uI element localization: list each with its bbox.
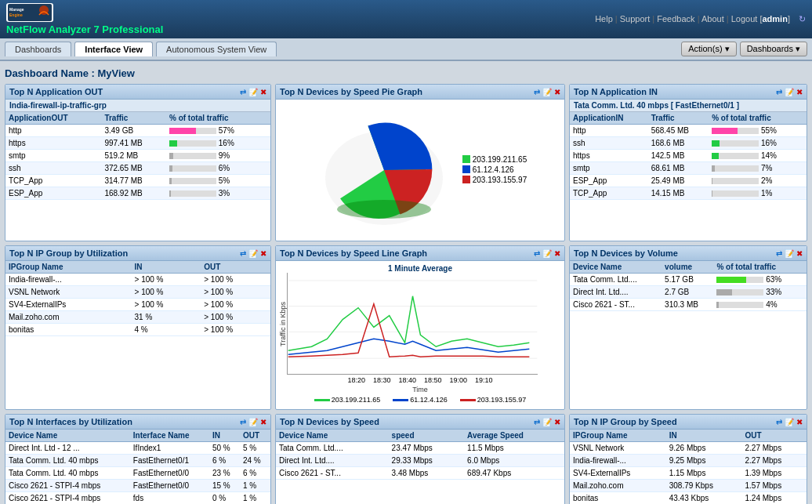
edit-icon-ip-speed[interactable]: 📝 xyxy=(785,418,794,426)
speed-avg: 6.0 Mbps xyxy=(464,455,564,467)
table-row: SV4-ExternalIPs > 100 % > 100 % xyxy=(5,299,270,311)
refresh-icon-iface[interactable]: ⇄ xyxy=(240,418,246,426)
pie-chart-svg xyxy=(314,107,455,233)
speed-device: Direct Int. Ltd.... xyxy=(276,455,389,467)
table-row: TCP_App 314.77 MB 5% xyxy=(5,175,270,187)
close-icon-iface[interactable]: ✖ xyxy=(260,418,266,426)
table-row: TCP_App 14.15 MB 1% xyxy=(570,187,807,200)
table-row: http 3.49 GB 57% xyxy=(5,125,270,137)
table-row: Tata Comm. Ltd. 40 mbps FastEthernet0/0 … xyxy=(5,467,270,480)
iface-name: FastEthernet0/1 xyxy=(130,455,209,467)
admin-label: admin xyxy=(762,14,787,24)
refresh-icon-line[interactable]: ⇄ xyxy=(534,249,540,258)
col-app-in-traffic: Traffic xyxy=(648,112,709,125)
app-out-name: smtp xyxy=(5,150,101,162)
dashboards-button[interactable]: Dashboards ▾ xyxy=(740,42,807,56)
actions-button[interactable]: Action(s) ▾ xyxy=(681,42,736,56)
col-app-out-traffic: Traffic xyxy=(101,112,166,125)
edit-icon-pie[interactable]: 📝 xyxy=(542,88,552,96)
close-icon-ip-speed[interactable]: ✖ xyxy=(796,418,803,426)
support-link[interactable]: Support xyxy=(620,14,651,24)
widget-title-vol: Top N Devices by Volume xyxy=(574,248,678,258)
table-row: Direct Int. Ltd.... 29.33 Mbps 6.0 Mbps xyxy=(276,455,564,467)
refresh-icon-ip-util[interactable]: ⇄ xyxy=(240,249,246,258)
speed-speed: 3.48 Mbps xyxy=(389,467,464,480)
dashboard-grid: Top N Application OUT ⇄ 📝 ✖ India-firewa… xyxy=(5,84,807,504)
refresh-icon[interactable]: ↻ xyxy=(799,14,806,24)
help-link[interactable]: Help xyxy=(595,14,613,24)
widget-pie: Top N Devices by Speed Pie Graph ⇄ 📝 ✖ xyxy=(275,84,565,241)
ipg-util-in: > 100 % xyxy=(132,286,201,299)
app-out-pct: 57% xyxy=(166,125,270,137)
app-in-traffic: 14.15 MB xyxy=(648,187,709,200)
iface-out: 5 % xyxy=(240,442,270,455)
refresh-icon-ip-speed[interactable]: ⇄ xyxy=(776,418,782,426)
widget-header-app-out: Top N Application OUT ⇄ 📝 ✖ xyxy=(5,85,270,100)
iface-name: FastEthernet0/0 xyxy=(130,467,209,480)
table-row: VSNL Network > 100 % > 100 % xyxy=(5,286,270,299)
ipgs-name: SV4-ExternalIPs xyxy=(570,467,666,480)
table-row: Direct Int. Ltd.... 2.7 GB 33% xyxy=(570,286,807,299)
close-icon-app-out[interactable]: ✖ xyxy=(260,88,266,96)
widget-title-iface: Top N Interfaces by Utilization xyxy=(9,417,132,426)
app-in-name: TCP_App xyxy=(570,187,648,200)
col-ipgs-out: OUT xyxy=(741,430,807,442)
vol-pct: 4% xyxy=(713,299,807,311)
col-ipg-in: IN xyxy=(132,261,201,274)
refresh-icon-pie[interactable]: ⇄ xyxy=(534,88,540,96)
ipg-util-out: > 100 % xyxy=(201,299,270,311)
edit-icon-app-out[interactable]: 📝 xyxy=(248,88,258,96)
close-icon-pie[interactable]: ✖ xyxy=(554,88,560,96)
tab-autonomous[interactable]: Autonomous System View xyxy=(156,42,277,56)
app-in-traffic: 568.45 MB xyxy=(648,125,709,137)
edit-icon-ip-util[interactable]: 📝 xyxy=(248,249,258,258)
table-row: VSNL Network 9.26 Mbps 2.27 Mbps xyxy=(570,442,807,455)
tab-interface-view[interactable]: Interface View xyxy=(74,42,153,56)
ipgs-out: 2.27 Mbps xyxy=(741,455,807,467)
table-row: Tata Comm. Ltd. 40 mbps FastEthernet0/1 … xyxy=(5,455,270,467)
close-icon-speed[interactable]: ✖ xyxy=(554,418,560,426)
ipg-util-in: 31 % xyxy=(132,311,201,324)
close-icon-line[interactable]: ✖ xyxy=(554,249,560,258)
table-row: Cisco 2621 - ST... 310.3 MB 4% xyxy=(570,299,807,311)
refresh-icon-app-in[interactable]: ⇄ xyxy=(776,88,782,96)
vol-device: Cisco 2621 - ST... xyxy=(570,299,662,311)
col-ipgs-name: IPGroup Name xyxy=(570,430,666,442)
table-row: ESP_App 25.49 MB 2% xyxy=(570,175,807,187)
table-row: ssh 168.6 MB 16% xyxy=(570,137,807,150)
refresh-icon-app-out[interactable]: ⇄ xyxy=(240,88,246,96)
about-link[interactable]: About xyxy=(701,14,724,24)
widget-title-pie: Top N Devices by Speed Pie Graph xyxy=(280,87,422,96)
edit-icon-iface[interactable]: 📝 xyxy=(248,418,258,426)
iface-out: 6 % xyxy=(240,467,270,480)
edit-icon-vol[interactable]: 📝 xyxy=(785,249,794,258)
close-icon-ip-util[interactable]: ✖ xyxy=(260,249,266,258)
refresh-icon-vol[interactable]: ⇄ xyxy=(776,249,782,258)
iface-device: Tata Comm. Ltd. 40 mbps xyxy=(5,467,130,480)
feedback-link[interactable]: Feedback xyxy=(657,14,694,24)
iface-in: 0 % xyxy=(209,492,240,505)
vol-volume: 5.17 GB xyxy=(662,274,713,286)
ipgs-name: Mail.zoho.com xyxy=(570,480,666,492)
iface-device: Direct Int. Ltd - 12 ... xyxy=(5,442,130,455)
widget-top-n-app-in: Top N Application IN ⇄ 📝 ✖ Tata Comm. Lt… xyxy=(569,84,807,241)
ipg-util-name: Mail.zoho.com xyxy=(5,311,132,324)
line-graph-area: 1 Minute Average Traffic in Kbps 30,000 … xyxy=(276,261,564,409)
edit-icon-speed[interactable]: 📝 xyxy=(542,418,552,426)
close-icon-vol[interactable]: ✖ xyxy=(796,249,803,258)
tab-dashboards[interactable]: Dashboards xyxy=(5,42,71,56)
close-icon-app-in[interactable]: ✖ xyxy=(796,88,803,96)
speed-avg: 11.5 Mbps xyxy=(464,442,564,455)
table-row: bonitas 43.43 Kbps 1.24 Mbps xyxy=(570,492,807,505)
app-in-pct: 1% xyxy=(709,187,807,200)
ipgs-in: 9.25 Mbps xyxy=(666,455,742,467)
edit-icon-line[interactable]: 📝 xyxy=(542,249,552,258)
table-row: Tata Comm. Ltd.... 23.47 Mbps 11.5 Mbps xyxy=(276,442,564,455)
app-out-name: http xyxy=(5,125,101,137)
logout-link[interactable]: Logout [admin] xyxy=(731,14,790,24)
refresh-icon-speed[interactable]: ⇄ xyxy=(534,418,540,426)
edit-icon-app-in[interactable]: 📝 xyxy=(785,88,794,96)
col-speed-avg: Average Speed xyxy=(464,430,564,442)
table-row: Cisco 2621 - ST... 3.48 Mbps 689.47 Kbps xyxy=(276,467,564,480)
app-in-traffic: 142.5 MB xyxy=(648,150,709,162)
